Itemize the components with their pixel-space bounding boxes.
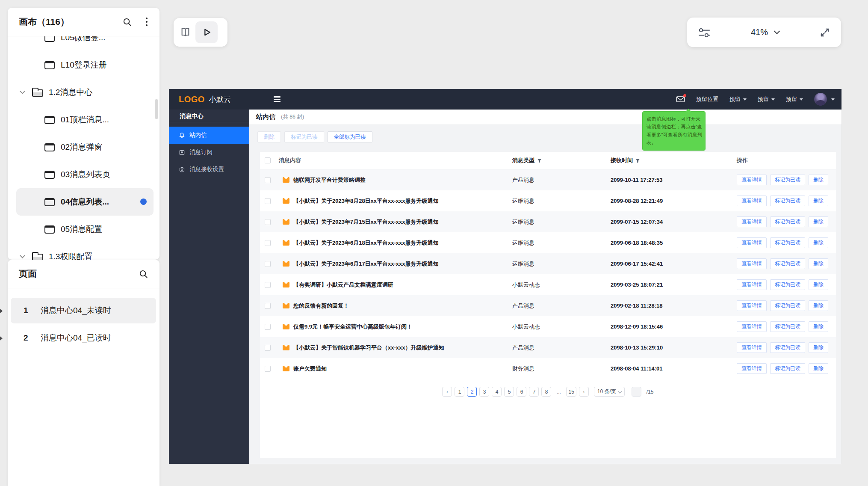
view-detail-button[interactable]: 查看详情 [737,279,767,290]
filter-icon[interactable] [537,158,542,163]
message-title[interactable]: 【小默云】关于2023年8月28日xx平台xx-xxx服务升级通知 [293,197,439,205]
message-row[interactable]: 【小默云】关于2023年8月28日xx平台xx-xxx服务升级通知 运维消息 2… [260,190,836,211]
zoom-level-dropdown[interactable]: 41% [751,27,779,37]
chevron-down-icon[interactable] [20,89,25,94]
page-number-button[interactable]: 6 [517,387,526,397]
mark-read-button[interactable]: 标记为已读 [770,321,805,332]
view-detail-button[interactable]: 查看详情 [737,258,767,269]
view-detail-button[interactable]: 查看详情 [737,363,767,374]
page-jump-input[interactable] [632,387,641,397]
message-title[interactable]: 仅需9.9元！畅享安全运营中心高级版包年订阅！ [293,323,412,331]
message-row[interactable]: 【小默云】关于2023年7月15日xx平台xx-xxx服务升级通知 运维消息 2… [260,211,836,232]
delete-button[interactable]: 删除 [809,196,828,206]
more-options-icon[interactable] [145,17,148,27]
layer-item[interactable]: 1.2消息中心 [8,79,159,106]
avatar[interactable] [814,93,827,106]
message-title[interactable]: 您的反馈有新的回复！ [293,302,349,310]
search-icon[interactable] [122,17,132,27]
message-title[interactable]: 物联网开发平台计费策略调整 [293,176,366,184]
message-title[interactable]: 账户欠费通知 [293,365,327,373]
mark-read-button[interactable]: 标记为已读 [770,196,805,206]
mark-all-read-button[interactable]: 全部标为已读 [328,131,372,142]
chevron-down-icon[interactable] [20,253,25,258]
row-checkbox[interactable] [265,366,271,372]
view-settings-icon[interactable] [697,26,711,39]
fullscreen-icon[interactable] [819,27,831,39]
layer-item[interactable]: L10登录注册 [8,51,159,79]
layer-item[interactable]: 04信息列表... [16,188,154,216]
row-checkbox[interactable] [265,261,271,267]
page-number-button[interactable]: 4 [492,387,502,397]
scrollbar-thumb[interactable] [155,99,158,119]
mail-icon[interactable] [676,96,685,103]
view-detail-button[interactable]: 查看详情 [737,175,767,185]
search-icon[interactable] [139,269,148,279]
play-prototype-button[interactable] [195,21,218,43]
layer-item[interactable]: 01顶栏消息... [8,106,159,133]
nav-item[interactable]: 预留 [729,95,747,103]
message-title[interactable]: 【小默云】关于2023年6月17日xx平台xx-xxx服务升级通知 [293,260,439,268]
delete-button[interactable]: 删除 [809,175,828,185]
layer-item[interactable]: 03消息列表页 [8,161,159,188]
row-checkbox[interactable] [265,303,271,309]
message-row[interactable]: 【小默云】关于智能钛机器学习平台（xx-xxx）升级维护通知 产品消息 2098… [260,337,836,358]
message-title[interactable]: 【小默云】关于2023年6月18日xx平台xx-xxx服务升级通知 [293,239,439,247]
sidebar-item[interactable]: 站内信 [169,127,249,144]
delete-button[interactable]: 删除 [809,216,828,227]
row-checkbox[interactable] [265,345,271,351]
panel-edge-handle[interactable] [0,336,3,341]
message-row[interactable]: 【有奖调研】小默云产品文档满意度调研 小默云动态 2099-03-25 18:0… [260,274,836,295]
message-row[interactable]: 仅需9.9元！畅享安全运营中心高级版包年订阅！ 小默云动态 2098-12-09… [260,316,836,337]
mark-read-button[interactable]: 标记为已读 [770,300,805,311]
mark-read-button[interactable]: 标记为已读 [770,237,805,248]
view-detail-button[interactable]: 查看详情 [737,237,767,248]
mark-read-button[interactable]: 标记为已读 [770,342,805,353]
mark-read-button[interactable]: 标记为已读 [770,363,805,374]
page-size-select[interactable]: 10 条/页 [594,387,625,397]
row-checkbox[interactable] [265,324,271,330]
page-item[interactable]: 2 消息中心04_已读时 [11,325,156,351]
next-page-button[interactable]: › [579,387,589,397]
delete-button[interactable]: 删除 [809,363,828,374]
message-row[interactable]: 【小默云】关于2023年6月18日xx平台xx-xxx服务升级通知 运维消息 2… [260,232,836,253]
message-row[interactable]: 【小默云】关于2023年6月17日xx平台xx-xxx服务升级通知 运维消息 2… [260,253,836,274]
nav-item[interactable]: 预留 [758,95,775,103]
delete-selected-button[interactable]: 删除 [257,131,281,142]
library-book-icon[interactable] [180,27,191,38]
view-detail-button[interactable]: 查看详情 [737,321,767,332]
page-number-button[interactable]: 1 [455,387,464,397]
delete-button[interactable]: 删除 [809,279,828,290]
page-number-button[interactable]: 8 [541,387,551,397]
layers-tree-scroll[interactable]: L05微信登... L10登录注册 1.2消息中心 [8,36,159,260]
mark-read-button[interactable]: 标记为已读 [770,279,805,290]
row-checkbox[interactable] [265,219,271,225]
message-title[interactable]: 【有奖调研】小默云产品文档满意度调研 [293,281,393,289]
row-checkbox[interactable] [265,177,271,183]
nav-item[interactable]: 预留位置 [696,95,718,103]
page-number-button[interactable]: 15 [566,387,576,397]
nav-item[interactable]: 预留 [786,95,803,103]
delete-button[interactable]: 删除 [809,321,828,332]
message-row[interactable]: 您的反馈有新的回复！ 产品消息 2099-02-18 11:28:18 查看详情… [260,295,836,316]
page-item[interactable]: 1 消息中心04_未读时 [11,298,156,323]
panel-edge-handle[interactable] [0,309,3,313]
mark-read-button[interactable]: 标记为已读 [770,175,805,185]
mark-read-button[interactable]: 标记为已读 [770,258,805,269]
page-number-button[interactable]: 5 [504,387,514,397]
message-row[interactable]: 账户欠费通知 财务消息 2098-08-04 11:14:01 查看详情 标记为… [260,358,836,379]
view-detail-button[interactable]: 查看详情 [737,216,767,227]
mark-read-button[interactable]: 标记为已读 [770,216,805,227]
message-row[interactable]: 物联网开发平台计费策略调整 产品消息 2099-10-11 17:27:53 查… [260,169,836,190]
layer-item[interactable]: 05消息配置 [8,216,159,243]
delete-button[interactable]: 删除 [809,300,828,311]
delete-button[interactable]: 删除 [809,342,828,353]
page-number-button[interactable]: 2 [467,387,477,397]
page-number-button[interactable]: 3 [479,387,489,397]
delete-button[interactable]: 删除 [809,258,828,269]
view-detail-button[interactable]: 查看详情 [737,300,767,311]
view-detail-button[interactable]: 查看详情 [737,196,767,206]
prev-page-button[interactable]: ‹ [442,387,452,397]
page-number-button[interactable]: 7 [529,387,539,397]
layer-item[interactable]: 02消息弹窗 [8,133,159,161]
layer-item[interactable]: L05微信登... [8,36,159,51]
